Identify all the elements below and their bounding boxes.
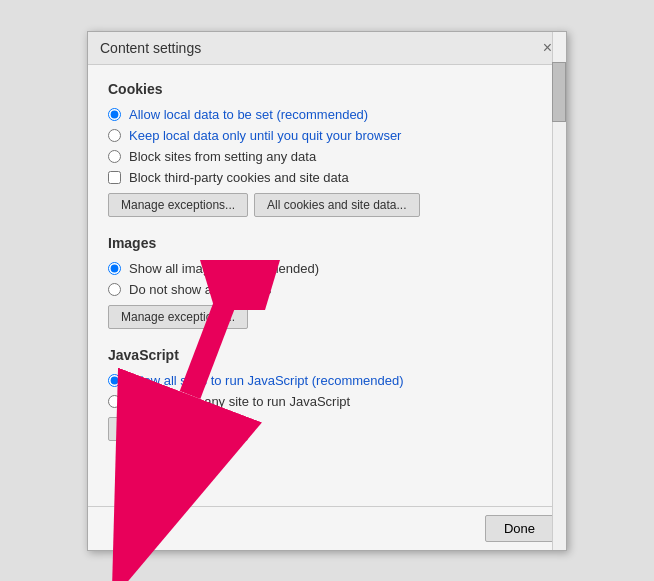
javascript-option-1: Allow all sites to run JavaScript (recom… [108,373,546,388]
dialog-body: Cookies Allow local data to be set (reco… [88,65,566,506]
images-option-2: Do not show any images [108,282,546,297]
cookies-option-2: Keep local data only until you quit your… [108,128,546,143]
cookies-label-1: Allow local data to be set (recommended) [129,107,368,122]
cookies-option-1: Allow local data to be set (recommended) [108,107,546,122]
cookies-radio-group: Allow local data to be set (recommended)… [108,107,546,185]
cookies-option-4: Block third-party cookies and site data [108,170,546,185]
javascript-section-title: JavaScript [108,347,546,363]
cookies-checkbox-4[interactable] [108,171,121,184]
images-option-1: Show all images (recommended) [108,261,546,276]
cookies-radio-1[interactable] [108,108,121,121]
cookies-option-3: Block sites from setting any data [108,149,546,164]
images-radio-group: Show all images (recommended) Do not sho… [108,261,546,297]
images-label-2: Do not show any images [129,282,271,297]
images-section-title: Images [108,235,546,251]
content-settings-dialog: Content settings × Cookies Allow local d… [87,31,567,551]
cookies-btn-row: Manage exceptions... All cookies and sit… [108,193,546,217]
cookies-section: Cookies Allow local data to be set (reco… [108,81,546,217]
dialog-title: Content settings [100,40,201,56]
dialog-wrapper: Content settings × Cookies Allow local d… [0,0,654,581]
scrollbar-thumb[interactable] [552,62,566,122]
cookies-radio-3[interactable] [108,150,121,163]
javascript-btn-row: Manage exceptions... [108,417,546,441]
images-manage-exceptions-button[interactable]: Manage exceptions... [108,305,248,329]
cookies-radio-2[interactable] [108,129,121,142]
done-button[interactable]: Done [485,515,554,542]
javascript-label-1: Allow all sites to run JavaScript (recom… [129,373,404,388]
javascript-section: JavaScript Allow all sites to run JavaSc… [108,347,546,441]
cookies-label-2: Keep local data only until you quit your… [129,128,401,143]
images-radio-2[interactable] [108,283,121,296]
images-label-1: Show all images (recommended) [129,261,319,276]
dialog-footer: Done [88,506,566,550]
javascript-radio-2[interactable] [108,395,121,408]
javascript-option-2: Do not allow any site to run JavaScript [108,394,546,409]
dialog-titlebar: Content settings × [88,32,566,65]
cookies-manage-exceptions-button[interactable]: Manage exceptions... [108,193,248,217]
javascript-radio-group: Allow all sites to run JavaScript (recom… [108,373,546,409]
scrollbar-track[interactable] [552,32,566,550]
cookies-all-cookies-button[interactable]: All cookies and site data... [254,193,419,217]
cookies-section-title: Cookies [108,81,546,97]
javascript-manage-exceptions-button[interactable]: Manage exceptions... [108,417,248,441]
javascript-label-2: Do not allow any site to run JavaScript [129,394,350,409]
cookies-label-4: Block third-party cookies and site data [129,170,349,185]
javascript-radio-1[interactable] [108,374,121,387]
cookies-label-3: Block sites from setting any data [129,149,316,164]
images-section: Images Show all images (recommended) Do … [108,235,546,329]
images-radio-1[interactable] [108,262,121,275]
images-btn-row: Manage exceptions... [108,305,546,329]
